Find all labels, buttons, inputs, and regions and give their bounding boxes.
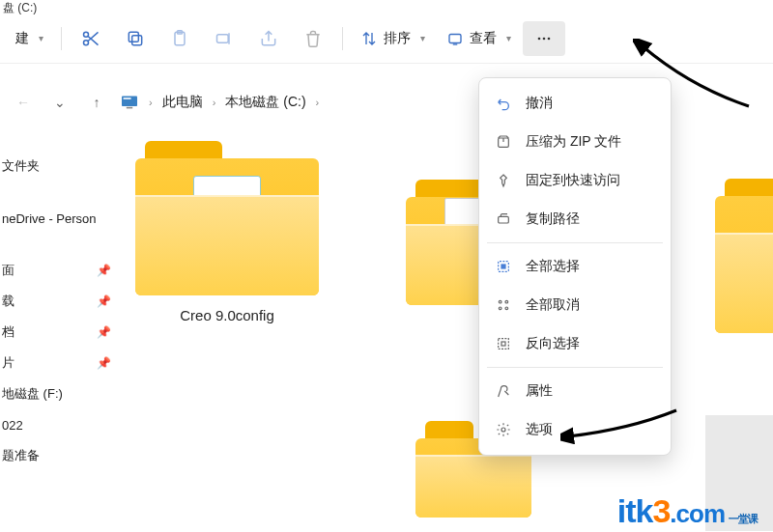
menu-invert-select[interactable]: 反向选择 xyxy=(479,324,671,363)
separator xyxy=(61,27,62,50)
sidebar-heading: 文件夹 xyxy=(0,151,121,182)
cut-button[interactable] xyxy=(70,21,112,56)
menu-undo[interactable]: 撤消 xyxy=(479,84,671,123)
file-pane[interactable]: Creo 9.0config xyxy=(121,122,773,532)
sidebar-item[interactable]: 档📌 xyxy=(0,317,121,348)
sort-label: 排序 xyxy=(384,30,411,47)
sort-icon xyxy=(360,30,378,47)
menu-label: 属性 xyxy=(526,382,553,400)
copy-button[interactable] xyxy=(114,21,157,56)
menu-deselect[interactable]: 全部取消 xyxy=(479,286,671,324)
svg-point-21 xyxy=(505,307,508,310)
select-all-icon xyxy=(495,258,512,275)
chevron-right-icon: › xyxy=(213,97,216,108)
breadcrumb-item[interactable]: 本地磁盘 (C:) xyxy=(225,94,305,111)
svg-point-0 xyxy=(84,32,89,37)
svg-rect-15 xyxy=(499,216,509,223)
separator xyxy=(342,27,343,50)
file-label: Creo 9.0config xyxy=(180,307,274,323)
copy-path-icon xyxy=(495,210,512,228)
sidebar: 文件夹 neDrive - Person 面📌 载📌 档📌 片📌 地磁盘 (F:… xyxy=(0,122,121,532)
svg-point-24 xyxy=(501,428,505,432)
up-button[interactable]: ↑ xyxy=(83,95,110,110)
folder-item[interactable] xyxy=(715,179,773,333)
menu-pin[interactable]: 固定到快速访问 xyxy=(479,161,671,200)
chevron-right-icon: › xyxy=(316,97,320,108)
chevron-down-icon: ▾ xyxy=(39,33,43,43)
menu-label: 复制路径 xyxy=(526,210,580,228)
more-button[interactable] xyxy=(523,21,565,56)
breadcrumb: 此电脑 › 本地磁盘 (C:) › xyxy=(162,94,320,111)
properties-icon xyxy=(495,382,512,400)
view-label: 查看 xyxy=(470,30,497,47)
menu-copy-path[interactable]: 复制路径 xyxy=(479,200,671,238)
menu-properties[interactable]: 属性 xyxy=(479,372,671,410)
sidebar-item[interactable]: 地磁盘 (F:) xyxy=(0,378,121,409)
pin-icon: 📌 xyxy=(97,264,111,277)
menu-zip[interactable]: 压缩为 ZIP 文件 xyxy=(479,123,671,161)
new-button[interactable]: 建 ▾ xyxy=(6,21,53,56)
menu-options[interactable]: 选项 xyxy=(479,410,671,449)
svg-rect-6 xyxy=(217,34,229,42)
window-title: 盘 (C:) xyxy=(0,0,773,14)
svg-point-9 xyxy=(543,37,546,40)
sidebar-item[interactable]: 片📌 xyxy=(0,348,121,378)
trash-icon xyxy=(303,29,323,48)
sort-button[interactable]: 排序 ▾ xyxy=(351,21,435,56)
svg-point-20 xyxy=(499,307,501,310)
share-icon xyxy=(259,29,278,48)
scissors-icon xyxy=(81,29,100,48)
svg-rect-11 xyxy=(122,97,137,106)
zip-icon xyxy=(495,133,512,151)
svg-point-8 xyxy=(538,37,541,40)
sidebar-item[interactable]: 022 xyxy=(0,409,121,440)
paste-button[interactable] xyxy=(158,21,201,56)
menu-label: 反向选择 xyxy=(526,335,580,352)
options-icon xyxy=(495,421,512,438)
svg-rect-23 xyxy=(501,342,505,346)
rename-icon xyxy=(215,29,234,48)
svg-rect-12 xyxy=(124,98,131,99)
pc-icon xyxy=(120,95,139,110)
chevron-down-icon[interactable]: ⌄ xyxy=(46,95,73,110)
svg-rect-17 xyxy=(501,265,505,268)
sidebar-item[interactable]: 面📌 xyxy=(0,255,121,286)
view-button[interactable]: 查看 ▾ xyxy=(437,21,521,56)
svg-point-18 xyxy=(499,300,501,303)
sidebar-item[interactable]: 题准备 xyxy=(0,440,121,471)
folder-item[interactable]: Creo 9.0config xyxy=(130,141,324,323)
menu-select-all[interactable]: 全部选择 xyxy=(479,247,671,286)
toolbar: 建 ▾ 排序 ▾ 查看 ▾ xyxy=(0,14,773,64)
share-button[interactable] xyxy=(247,21,290,56)
new-label: 建 xyxy=(15,30,29,47)
invert-select-icon xyxy=(495,335,512,352)
svg-rect-2 xyxy=(132,35,142,44)
chevron-down-icon: ▾ xyxy=(420,33,425,43)
menu-label: 固定到快速访问 xyxy=(526,172,620,189)
back-button[interactable]: ← xyxy=(10,95,37,110)
pin-icon: 📌 xyxy=(97,356,111,370)
copy-icon xyxy=(126,29,145,48)
delete-button[interactable] xyxy=(292,21,334,56)
menu-label: 撤消 xyxy=(526,95,553,112)
svg-rect-22 xyxy=(499,339,509,350)
rename-button[interactable] xyxy=(203,21,245,56)
clipboard-icon xyxy=(170,29,189,48)
more-icon xyxy=(534,29,554,48)
chevron-down-icon: ▾ xyxy=(506,33,511,43)
svg-point-19 xyxy=(505,300,508,303)
undo-icon xyxy=(495,95,512,112)
menu-separator xyxy=(487,242,663,243)
breadcrumb-item[interactable]: 此电脑 xyxy=(162,94,203,111)
watermark: itk3.com 一堂课 xyxy=(617,492,758,530)
menu-label: 选项 xyxy=(526,421,553,438)
chevron-right-icon: › xyxy=(149,97,153,108)
sidebar-item[interactable]: neDrive - Person xyxy=(0,203,121,234)
svg-rect-7 xyxy=(449,34,461,42)
menu-label: 全部选择 xyxy=(526,258,580,275)
sidebar-item[interactable]: 载📌 xyxy=(0,286,121,317)
svg-point-1 xyxy=(84,40,89,44)
menu-separator xyxy=(487,367,663,368)
svg-rect-13 xyxy=(127,107,132,109)
svg-rect-3 xyxy=(129,32,138,42)
